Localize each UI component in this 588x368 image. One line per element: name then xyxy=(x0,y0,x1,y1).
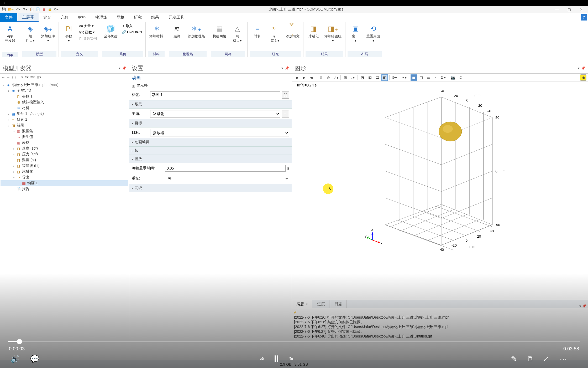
laminar-button[interactable]: ≋层流 xyxy=(169,23,185,40)
sel-vol-icon[interactable]: ◼ xyxy=(411,74,417,81)
delete-icon[interactable]: 🗑 xyxy=(42,7,46,11)
window-button[interactable]: ▣窗口 ▾ xyxy=(348,23,363,44)
view-xz-icon[interactable]: ⬓ xyxy=(374,74,380,81)
menu-file[interactable]: 文件 xyxy=(0,13,17,22)
print-icon[interactable]: 🖨 xyxy=(457,74,463,81)
lock-icon[interactable]: 🔒 xyxy=(48,7,52,11)
play-next-icon[interactable]: ⏭ xyxy=(308,74,314,81)
tab-progress[interactable]: 进度 xyxy=(313,300,329,308)
refresh-icon[interactable]: ⟳▾ xyxy=(54,7,59,11)
menu-results[interactable]: 结果 xyxy=(146,13,164,22)
copy-icon[interactable]: 📋 xyxy=(30,7,34,11)
save-icon[interactable]: 💾 xyxy=(2,7,6,11)
tree-isotherm[interactable]: ▹◨等温线 (ht) xyxy=(1,163,128,169)
tree-default-input[interactable]: ⬢默认模型输入 xyxy=(1,99,128,105)
tree-study1[interactable]: ▹ᯤ研究 1 xyxy=(1,117,128,122)
add-physics-button[interactable]: ⚛₊添加物理场 xyxy=(186,23,207,40)
tree-tables[interactable]: ▦表格 xyxy=(1,140,128,146)
open-icon[interactable]: 📂▾ xyxy=(8,7,14,11)
panel-menu-icon[interactable]: ▾ xyxy=(119,66,120,70)
menu-devtools[interactable]: 开发工具 xyxy=(164,13,189,22)
more-icon[interactable]: ⋯ xyxy=(560,355,567,363)
section-frame[interactable]: ▸帧 xyxy=(129,146,292,155)
tree-root[interactable]: ▿◈冰融化上升 三维.mph (root) xyxy=(1,82,128,88)
tree-global-def[interactable]: ▿⊕全局定义 xyxy=(1,88,128,94)
parameters-button[interactable]: Pi参数 ▾ xyxy=(61,23,77,44)
menu-home[interactable]: 主屏幕 xyxy=(17,13,39,22)
tab-log[interactable]: 日志 xyxy=(330,300,347,308)
close-button[interactable]: ✕ xyxy=(576,7,586,12)
sel-edge-icon[interactable]: ▭ xyxy=(425,74,432,81)
build-all-button[interactable]: 🧊全部构建 xyxy=(102,23,119,40)
zoom-out-icon[interactable]: ⊖ xyxy=(325,74,332,81)
pip-icon[interactable]: ⧉ xyxy=(527,355,533,363)
gfx-menu-icon[interactable]: ▾ xyxy=(578,66,580,70)
zoom-fit-icon[interactable]: ⤢▾ xyxy=(333,74,339,81)
nav-down-icon[interactable]: → xyxy=(7,75,10,79)
back-icon[interactable]: ← xyxy=(3,0,7,6)
expand-icon[interactable]: ≡▾ xyxy=(25,75,29,79)
nav-fwd-icon[interactable]: ↓ xyxy=(15,75,17,79)
tree-pressure[interactable]: ▹◨压力 (spf) xyxy=(1,151,128,157)
compute-button[interactable]: =计算 xyxy=(250,23,265,40)
mesh1-button[interactable]: △网 格 1 ▾ xyxy=(229,23,245,44)
menu-mesh[interactable]: 网格 xyxy=(112,13,129,22)
help-icon[interactable]: ? xyxy=(581,14,587,21)
ice-melt-button[interactable]: ◨冰融化 xyxy=(306,23,321,40)
play-prev-icon[interactable]: ⏮ xyxy=(293,74,300,81)
section-anim-edit[interactable]: ▸动画编辑 xyxy=(129,138,292,146)
tree-materials[interactable]: ⚛材料 xyxy=(1,105,128,111)
view-xy-icon[interactable]: ⬔ xyxy=(359,74,366,81)
tree-export[interactable]: ▿↗导出 xyxy=(1,175,128,180)
tab-messages[interactable]: 消息× xyxy=(292,300,312,308)
close-icon[interactable]: × xyxy=(306,302,308,306)
study1-button[interactable]: ᯤ研 究 1 ▾ xyxy=(267,23,283,44)
edit-icon[interactable]: ✎ xyxy=(511,355,517,363)
subject-go-icon[interactable]: → xyxy=(282,110,289,117)
settings-menu-icon[interactable]: ▾ xyxy=(281,66,283,70)
paste-icon[interactable]: 📄 xyxy=(36,7,40,11)
settings-pin-icon[interactable]: 📌 xyxy=(285,66,289,70)
show-frame-label[interactable]: 显示帧 xyxy=(137,83,148,88)
volume-icon[interactable]: 🔊 xyxy=(10,355,20,363)
sel-surf-icon[interactable]: ◫ xyxy=(418,74,424,81)
msg-menu-icon[interactable]: ▾ xyxy=(579,304,581,308)
tree-animation1[interactable]: ▮▮动画 1 xyxy=(1,180,128,186)
tree-params1[interactable]: Pi参数 1 xyxy=(1,94,128,99)
label-input[interactable] xyxy=(150,91,280,98)
menu-physics[interactable]: 物理场 xyxy=(91,13,112,22)
nav-up-icon[interactable]: ← xyxy=(2,75,5,79)
variable-button[interactable]: a= 变量 ▾ xyxy=(78,23,98,29)
menu-materials[interactable]: 材料 xyxy=(73,13,91,22)
maximize-button[interactable]: ▢ xyxy=(564,7,574,12)
color-legend-icon[interactable]: ◉ xyxy=(580,74,586,81)
tree-results[interactable]: ▿◨结果 xyxy=(1,122,128,128)
tree-derived[interactable]: ⅞派生值 xyxy=(1,134,128,140)
tree-temperature[interactable]: ◨温度 (ht) xyxy=(1,157,128,163)
import-button[interactable]: ➜ 导入 xyxy=(121,23,143,29)
section-target[interactable]: ▾目标 xyxy=(129,119,292,127)
plot-3d[interactable]: 40 20 0 -20 -40 mm 50 0 -50 mm 40 20 0 -… xyxy=(363,87,505,271)
msg-pin-icon[interactable]: 📌 xyxy=(582,304,586,308)
play-icon[interactable]: ▶ xyxy=(301,74,307,81)
pause-icon[interactable]: ⏸ xyxy=(272,353,281,364)
app-developer-button[interactable]: AApp 开发器 xyxy=(2,23,18,44)
show-frame-icon[interactable]: ▣ xyxy=(132,84,135,88)
rotate-icon[interactable]: ⟳▾ xyxy=(391,74,397,81)
livelink-button[interactable]: 🔗 LiveLink ▾ xyxy=(121,29,143,34)
collapse-icon[interactable]: ☰▾ xyxy=(18,75,23,79)
gear-icon[interactable]: ⚙▾ xyxy=(440,74,446,81)
menu-definitions[interactable]: 定义 xyxy=(39,13,56,22)
section-advanced[interactable]: ▸高级 xyxy=(129,184,292,192)
view-3d-icon[interactable]: ◧ xyxy=(381,74,388,81)
add-study-button[interactable]: ᯤ₊添加研究 xyxy=(284,23,301,40)
fullscreen-icon[interactable]: ⤢ xyxy=(543,355,549,363)
function-button[interactable]: f(x) 函数 ▾ xyxy=(78,29,98,35)
menu-geometry[interactable]: 几何 xyxy=(56,13,73,22)
add-component-button[interactable]: ◈₊添加组件 ▾ xyxy=(40,23,56,44)
zoom-in-icon[interactable]: ⊕ xyxy=(318,74,324,81)
param-case-button[interactable]: Pi 参数实例 xyxy=(78,36,98,42)
gfx-pin-icon[interactable]: 📌 xyxy=(581,66,585,70)
options-icon[interactable]: ⊞▾ xyxy=(36,75,41,79)
tree-velocity[interactable]: ▹◨速度 (spf) xyxy=(1,146,128,151)
